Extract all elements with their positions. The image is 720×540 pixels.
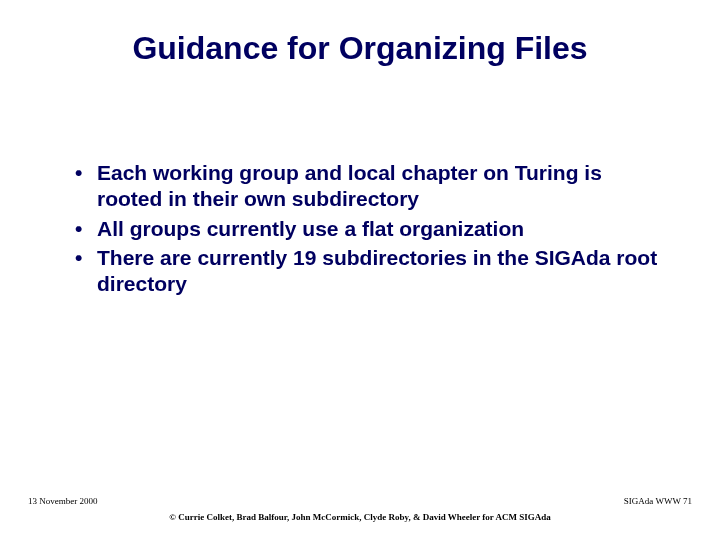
- slide-title: Guidance for Organizing Files: [0, 30, 720, 67]
- bullet-item: All groups currently use a flat organiza…: [75, 216, 665, 242]
- bullet-list: Each working group and local chapter on …: [75, 160, 665, 297]
- bullet-item: Each working group and local chapter on …: [75, 160, 665, 213]
- bullet-item: There are currently 19 subdirectories in…: [75, 245, 665, 298]
- slide-body: Each working group and local chapter on …: [75, 160, 665, 300]
- footer-page-label: SIGAda WWW 71: [624, 496, 692, 506]
- footer-copyright: © Currie Colket, Brad Balfour, John McCo…: [0, 512, 720, 522]
- footer-date: 13 November 2000: [28, 496, 98, 506]
- slide: Guidance for Organizing Files Each worki…: [0, 0, 720, 540]
